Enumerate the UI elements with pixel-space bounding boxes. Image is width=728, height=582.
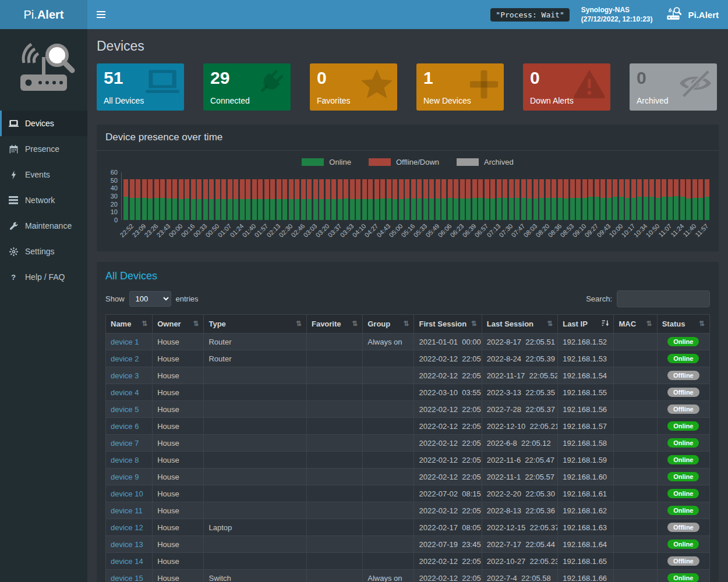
presence-bar[interactable] — [588, 179, 593, 220]
presence-bar[interactable] — [521, 179, 526, 220]
presence-bar[interactable] — [490, 179, 495, 220]
presence-bar[interactable] — [613, 179, 617, 220]
sidebar-item-maintenance[interactable]: Maintenance — [0, 213, 87, 239]
presence-bar[interactable] — [485, 179, 489, 220]
presence-bar[interactable] — [417, 179, 422, 220]
presence-bar[interactable] — [234, 179, 238, 220]
presence-bar[interactable] — [686, 179, 691, 220]
sidebar-toggle-icon[interactable] — [87, 0, 114, 29]
presence-bar[interactable] — [185, 179, 189, 220]
presence-bar[interactable] — [698, 179, 703, 220]
column-header-group[interactable]: Group⇅ — [363, 315, 414, 333]
presence-bar[interactable] — [387, 179, 391, 220]
presence-bar[interactable] — [167, 179, 171, 220]
presence-bar[interactable] — [344, 179, 348, 220]
presence-bar[interactable] — [674, 179, 678, 220]
presence-bar[interactable] — [539, 179, 544, 220]
presence-bar[interactable] — [172, 179, 177, 220]
sidebar-item-presence[interactable]: Presence — [0, 136, 87, 162]
device-link[interactable]: device 5 — [111, 405, 139, 414]
presence-bar[interactable] — [209, 179, 214, 220]
summary-card-all-devices[interactable]: 51All Devices — [97, 63, 184, 111]
device-link[interactable]: device 10 — [111, 489, 143, 498]
column-header-status[interactable]: Status⇅ — [657, 315, 709, 333]
summary-card-connected[interactable]: 29Connected — [203, 63, 291, 111]
summary-card-archived[interactable]: 0Archived — [630, 63, 717, 111]
presence-bar[interactable] — [362, 179, 367, 220]
presence-bar[interactable] — [472, 179, 477, 220]
device-link[interactable]: device 3 — [111, 371, 139, 380]
page-length-select[interactable]: 100 — [129, 291, 171, 307]
presence-bar[interactable] — [631, 179, 636, 220]
presence-bar[interactable] — [656, 179, 660, 220]
presence-bar[interactable] — [130, 179, 135, 220]
presence-bar[interactable] — [350, 179, 355, 220]
presence-bar[interactable] — [497, 179, 501, 220]
presence-bar[interactable] — [441, 179, 446, 220]
presence-bar[interactable] — [393, 179, 397, 220]
presence-bar[interactable] — [160, 179, 165, 220]
sidebar-item-settings[interactable]: Settings — [0, 239, 87, 264]
presence-bar[interactable] — [637, 179, 642, 220]
presence-bar[interactable] — [264, 179, 269, 220]
presence-bar[interactable] — [277, 179, 281, 220]
presence-bar[interactable] — [307, 179, 312, 220]
presence-bar[interactable] — [546, 179, 550, 220]
presence-bar[interactable] — [576, 179, 581, 220]
device-link[interactable]: device 6 — [111, 422, 139, 431]
presence-bar[interactable] — [423, 179, 428, 220]
presence-bar[interactable] — [527, 179, 532, 220]
presence-bar[interactable] — [436, 179, 440, 220]
presence-bar[interactable] — [607, 179, 612, 220]
device-link[interactable]: device 12 — [111, 523, 143, 532]
column-header-type[interactable]: Type⇅ — [204, 315, 307, 333]
column-header-last-ip[interactable]: Last IP — [558, 315, 614, 333]
device-link[interactable]: device 4 — [111, 388, 139, 397]
presence-bar[interactable] — [582, 179, 587, 220]
presence-bar[interactable] — [203, 179, 208, 220]
header-brand[interactable]: Pi.Alert — [664, 6, 719, 23]
presence-bar[interactable] — [680, 179, 685, 220]
presence-bar[interactable] — [399, 179, 404, 220]
presence-bar[interactable] — [558, 179, 563, 220]
column-header-mac[interactable]: MAC⇅ — [614, 315, 657, 333]
column-header-first-session[interactable]: First Session⇅ — [414, 315, 482, 333]
presence-bar[interactable] — [564, 179, 568, 220]
device-link[interactable]: device 1 — [111, 338, 139, 346]
column-header-owner[interactable]: Owner⇅ — [153, 315, 204, 333]
presence-bar[interactable] — [301, 179, 306, 220]
presence-bar[interactable] — [258, 179, 263, 220]
presence-bar[interactable] — [595, 179, 599, 220]
presence-bar[interactable] — [319, 179, 324, 220]
presence-bar[interactable] — [368, 179, 373, 220]
presence-bar[interactable] — [331, 179, 336, 220]
search-input[interactable] — [617, 290, 710, 307]
presence-bar[interactable] — [356, 179, 361, 220]
presence-bar[interactable] — [644, 179, 648, 220]
presence-bar[interactable] — [295, 179, 299, 220]
column-header-favorite[interactable]: Favorite⇅ — [306, 315, 362, 333]
presence-bar[interactable] — [240, 179, 245, 220]
presence-bar[interactable] — [509, 179, 514, 220]
presence-bar[interactable] — [252, 179, 257, 220]
presence-bar[interactable] — [405, 179, 409, 220]
device-link[interactable]: device 15 — [111, 574, 143, 582]
presence-bar[interactable] — [338, 179, 342, 220]
presence-bar[interactable] — [215, 179, 220, 220]
presence-bar[interactable] — [148, 179, 153, 220]
device-link[interactable]: device 7 — [111, 439, 139, 448]
column-header-last-session[interactable]: Last Session⇅ — [482, 315, 557, 333]
presence-bar[interactable] — [448, 179, 453, 220]
sidebar-item-events[interactable]: Events — [0, 162, 87, 187]
presence-bar[interactable] — [503, 179, 507, 220]
device-link[interactable]: device 2 — [111, 354, 139, 363]
presence-bar[interactable] — [570, 179, 575, 220]
presence-bar[interactable] — [692, 179, 697, 220]
sidebar-item-devices[interactable]: Devices — [0, 111, 87, 136]
app-logo[interactable]: Pi.Alert — [0, 0, 87, 29]
summary-card-down-alerts[interactable]: 0Down Alerts — [523, 63, 610, 111]
presence-bar[interactable] — [619, 179, 624, 220]
presence-bar[interactable] — [649, 179, 654, 220]
presence-bar[interactable] — [191, 179, 196, 220]
device-link[interactable]: device 8 — [111, 456, 139, 464]
